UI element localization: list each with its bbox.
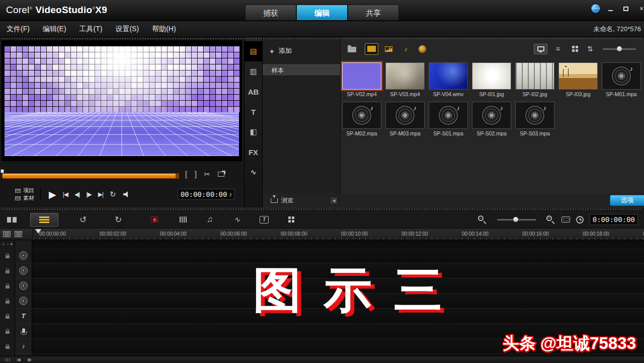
track-header-music[interactable]: ♪: [15, 339, 32, 354]
options-button[interactable]: 选项: [610, 195, 644, 206]
track-lock-music[interactable]: [0, 339, 15, 354]
scroll-right-button[interactable]: ▶: [26, 357, 33, 362]
auto-music-button[interactable]: ♫: [202, 213, 217, 227]
clip-mode-button[interactable]: 素材: [15, 195, 34, 201]
zoom-slider-thumb[interactable]: [513, 217, 518, 222]
track-lane-overlay-2[interactable]: [32, 278, 644, 294]
menu-file[interactable]: 文件(F): [0, 25, 36, 34]
tab-capture[interactable]: 捕获: [245, 5, 296, 20]
track-manager-button[interactable]: [3, 231, 11, 237]
tab-edit[interactable]: 编辑: [296, 5, 348, 20]
chapter-point-button[interactable]: [15, 231, 22, 237]
project-mode-button[interactable]: 项目: [15, 187, 34, 194]
media-dial-icon[interactable]: [418, 45, 427, 53]
import-folder-button[interactable]: [348, 47, 356, 52]
motion-tracking-button[interactable]: ∿: [229, 213, 245, 227]
tab-share[interactable]: 共享: [348, 5, 399, 20]
split-clip-button[interactable]: ✂: [204, 170, 210, 178]
maximize-button[interactable]: [620, 4, 631, 13]
filter-video-button[interactable]: [365, 43, 378, 55]
timeline-view-button[interactable]: [30, 213, 58, 227]
repeat-button[interactable]: ↻: [110, 190, 116, 199]
media-item[interactable]: SP-V02.mp4: [342, 62, 382, 97]
menu-edit[interactable]: 编辑(E): [36, 25, 73, 34]
help-globe-icon[interactable]: [591, 4, 600, 13]
library-nav-transition[interactable]: AB: [245, 82, 262, 102]
track-lock-voice[interactable]: [0, 324, 15, 339]
timeline-zoom-slider[interactable]: [497, 219, 536, 221]
menu-tools[interactable]: 工具(T): [73, 25, 109, 34]
previous-frame-button[interactable]: ◀|: [74, 191, 79, 198]
storyboard-view-button[interactable]: [4, 213, 19, 227]
sort-button[interactable]: ⇅: [587, 45, 593, 53]
media-item[interactable]: SP-I03.jpg: [558, 62, 598, 97]
fit-project-button[interactable]: [561, 216, 570, 223]
track-remove-icon[interactable]: −: [6, 242, 9, 247]
sound-mixer-button[interactable]: [176, 213, 191, 227]
track-lock-overlay-1[interactable]: [0, 263, 15, 278]
media-item[interactable]: ♪SP-S02.mpa: [471, 102, 512, 136]
close-button[interactable]: ×: [636, 4, 644, 13]
media-item[interactable]: ♪SP-M03.mpa: [385, 102, 425, 136]
media-item[interactable]: SP-V03.mp4: [385, 62, 425, 97]
browse-button[interactable]: 浏览: [271, 196, 293, 205]
go-end-button[interactable]: ▶|: [98, 191, 103, 198]
track-header-title[interactable]: T: [15, 309, 32, 324]
scroll-left-button[interactable]: ◀: [15, 357, 22, 362]
list-view-button[interactable]: ≡: [551, 44, 565, 54]
zoom-out-button[interactable]: −: [478, 215, 487, 224]
media-item[interactable]: SP-I02.jpg: [515, 62, 555, 97]
track-add-icon[interactable]: +: [2, 242, 5, 247]
track-header-overlay-3[interactable]: [15, 294, 32, 309]
add-category-button[interactable]: + 添加: [263, 44, 340, 57]
library-scroll-left-button[interactable]: ◀: [330, 196, 338, 205]
track-lock-title[interactable]: [0, 309, 15, 324]
library-nav-instant-project[interactable]: ▥: [245, 61, 262, 82]
category-sample[interactable]: 样本: [263, 64, 340, 76]
preview-timecode[interactable]: 00:00:00:00 ▲▼: [178, 189, 234, 200]
track-header-video[interactable]: [15, 248, 32, 263]
trim-start-handle[interactable]: [1, 169, 4, 173]
timeline-timecode[interactable]: 0:00:00:00: [590, 214, 638, 225]
next-frame-button[interactable]: |▶: [86, 191, 91, 198]
redo-button[interactable]: ↻: [111, 213, 126, 227]
subtitle-button[interactable]: T: [257, 213, 272, 227]
track-lock-overlay-2[interactable]: [0, 278, 15, 294]
slider-thumb[interactable]: [617, 46, 622, 51]
resize-grip-icon[interactable]: [5, 358, 11, 361]
thumbnail-view-button[interactable]: [534, 44, 547, 54]
horizontal-scrollbar[interactable]: ◀ ▶: [0, 356, 644, 363]
menu-settings[interactable]: 设置(S): [109, 25, 145, 34]
duration-button[interactable]: [576, 216, 584, 224]
thumbnail-size-slider[interactable]: [603, 48, 636, 50]
library-nav-filter[interactable]: FX: [245, 142, 262, 162]
minimize-button[interactable]: [605, 4, 616, 13]
zoom-in-button[interactable]: +: [546, 215, 555, 224]
go-start-button[interactable]: |◀: [63, 191, 68, 198]
track-lane-video[interactable]: [32, 248, 644, 263]
mark-in-button[interactable]: [: [185, 170, 187, 178]
playhead-marker[interactable]: [35, 229, 41, 237]
undo-button[interactable]: ↺: [75, 213, 91, 227]
library-nav-media[interactable]: ▤: [245, 41, 262, 61]
timecode-stepper[interactable]: ▲▼: [229, 192, 231, 197]
track-lock-overlay-3[interactable]: [0, 294, 15, 309]
library-nav-motion-path[interactable]: ∿: [245, 162, 262, 182]
library-nav-overlay[interactable]: ◧: [245, 122, 262, 142]
filter-audio-button[interactable]: ♪: [399, 43, 413, 55]
volume-button[interactable]: [123, 191, 131, 197]
filter-photo-button[interactable]: [382, 43, 395, 55]
timeline-ruler[interactable]: 00:00:00:0000:00:02:0000:00:04:0000:00:0…: [0, 228, 644, 240]
media-item[interactable]: SP-V04.wmv: [428, 62, 468, 97]
track-header-overlay-1[interactable]: [15, 263, 32, 278]
enlarge-preview-button[interactable]: [218, 172, 224, 177]
trim-end-handle[interactable]: [176, 173, 179, 179]
track-lane-overlay-3[interactable]: [32, 294, 644, 309]
play-button[interactable]: ▶: [49, 189, 56, 200]
media-item[interactable]: ♪SP-S03.mpa: [515, 102, 555, 136]
track-lane-overlay-1[interactable]: [32, 263, 644, 278]
record-capture-button[interactable]: [147, 213, 162, 227]
grid-view-button[interactable]: [568, 44, 582, 54]
library-nav-title[interactable]: T: [245, 102, 262, 122]
media-item[interactable]: ♪SP-M01.mpa: [601, 62, 641, 97]
